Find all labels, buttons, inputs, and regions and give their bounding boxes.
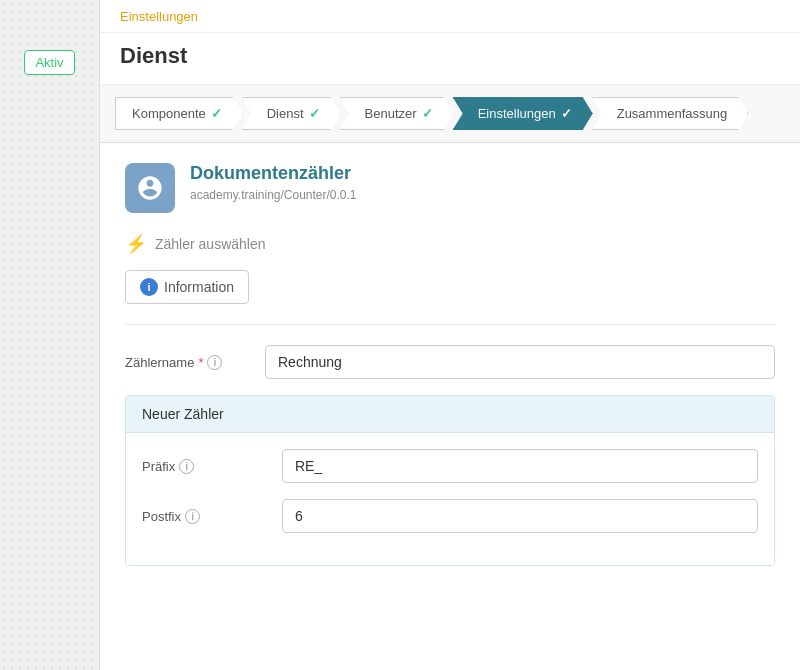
postfix-label: Postfix i: [142, 509, 272, 524]
content-area: Dokumentenzähler academy.training/Counte…: [100, 143, 800, 586]
zaehler-text: Zähler auswählen: [155, 236, 266, 252]
wizard-steps: Komponente ✓ Dienst ✓ Benutzer ✓ Einstel…: [100, 85, 800, 143]
neuer-zaehler-section: Neuer Zähler Präfix i Postfix: [125, 395, 775, 566]
aktiv-button[interactable]: Aktiv: [24, 50, 74, 75]
neuer-zaehler-header: Neuer Zähler: [126, 396, 774, 433]
service-header: Dokumentenzähler academy.training/Counte…: [125, 163, 775, 213]
praefix-input[interactable]: [282, 449, 758, 483]
information-button-label: Information: [164, 279, 234, 295]
step-dienst-check: ✓: [309, 106, 320, 121]
step-komponente[interactable]: Komponente ✓: [115, 97, 243, 130]
zaehler-row: ⚡ Zähler auswählen: [125, 233, 775, 255]
information-button[interactable]: i Information: [125, 270, 249, 304]
sidebar-dots: [0, 0, 99, 670]
service-icon-svg: [136, 174, 164, 202]
step-einstellungen-check: ✓: [561, 106, 572, 121]
breadcrumb-text: Einstellungen: [120, 9, 198, 24]
step-einstellungen[interactable]: Einstellungen ✓: [453, 97, 593, 130]
praefix-label: Präfix i: [142, 459, 272, 474]
praefix-row: Präfix i: [142, 449, 758, 483]
service-info: Dokumentenzähler academy.training/Counte…: [190, 163, 357, 202]
zaehler-name-label: Zählername* i: [125, 355, 255, 370]
page-title: Dienst: [120, 43, 780, 69]
service-name: Dokumentenzähler: [190, 163, 357, 184]
step-zusammenfassung-label: Zusammenfassung: [617, 106, 728, 121]
postfix-input[interactable]: [282, 499, 758, 533]
service-path: academy.training/Counter/0.0.1: [190, 188, 357, 202]
lightning-icon: ⚡: [125, 233, 147, 255]
main-content: Einstellungen Dienst Komponente ✓ Dienst…: [100, 0, 800, 670]
step-benutzer-label: Benutzer: [365, 106, 417, 121]
postfix-row: Postfix i: [142, 499, 758, 533]
praefix-info-icon[interactable]: i: [179, 459, 194, 474]
step-benutzer-check: ✓: [422, 106, 433, 121]
step-dienst[interactable]: Dienst ✓: [242, 97, 341, 130]
info-circle-icon: i: [140, 278, 158, 296]
zaehler-name-input[interactable]: [265, 345, 775, 379]
step-zusammenfassung[interactable]: Zusammenfassung: [592, 97, 749, 130]
required-asterisk: *: [198, 355, 203, 370]
step-einstellungen-label: Einstellungen: [478, 106, 556, 121]
zaehler-name-row: Zählername* i: [125, 345, 775, 379]
service-icon: [125, 163, 175, 213]
postfix-info-icon[interactable]: i: [185, 509, 200, 524]
step-komponente-check: ✓: [211, 106, 222, 121]
step-benutzer[interactable]: Benutzer ✓: [340, 97, 454, 130]
breadcrumb: Einstellungen: [100, 0, 800, 33]
page-title-bar: Dienst: [100, 33, 800, 85]
sidebar: Aktiv: [0, 0, 100, 670]
step-komponente-label: Komponente: [132, 106, 206, 121]
neuer-zaehler-body: Präfix i Postfix i: [126, 433, 774, 565]
step-dienst-label: Dienst: [267, 106, 304, 121]
section-divider: [125, 324, 775, 325]
zaehler-name-info-icon[interactable]: i: [207, 355, 222, 370]
